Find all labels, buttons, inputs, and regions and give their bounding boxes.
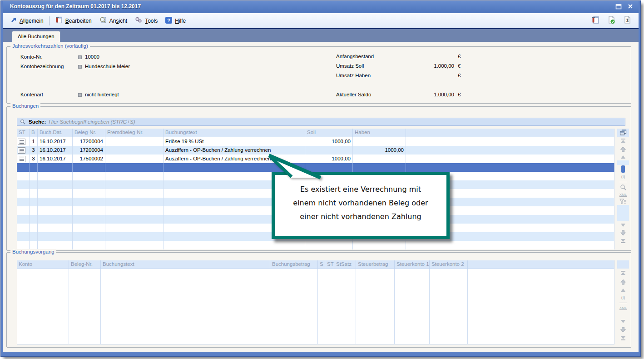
xml-icon[interactable]: XML — [617, 304, 629, 311]
cell-beleg — [73, 215, 105, 224]
column-header-fill[interactable] — [406, 129, 614, 137]
xml-icon[interactable]: XML — [617, 191, 629, 198]
column-header-stsatz[interactable]: StSatz — [334, 260, 356, 269]
menu-label: Allgemein — [20, 18, 44, 24]
field-value: 1.000,00 — [400, 63, 454, 69]
cell-soll: 1000,00 — [305, 137, 353, 146]
app-window: Kontoauszug für den Zeitraum 01.2017 bis… — [1, 1, 640, 356]
cell-st — [17, 146, 30, 155]
cell-haben: 1000,00 — [353, 146, 406, 155]
search-bar[interactable]: Suche: Hier Suchbegriff eingeben (STRG+S… — [17, 118, 625, 126]
column-divider — [69, 269, 69, 344]
row-down-icon[interactable] — [617, 318, 629, 325]
strip-header-blank — [617, 260, 629, 269]
cell-date — [38, 206, 73, 215]
column-header-st[interactable]: ST — [325, 260, 334, 269]
filter-icon[interactable] — [617, 198, 629, 205]
column-header-st[interactable]: ST — [17, 129, 30, 137]
column-header-beleg[interactable]: Beleg-Nr. — [69, 260, 101, 269]
column-header-beleg[interactable]: Beleg-Nr. — [73, 129, 105, 137]
menu-label: Hilfe — [175, 18, 186, 24]
magnifier-icon[interactable] — [617, 183, 629, 191]
column-header-date[interactable]: Buch.Dat. — [38, 129, 73, 137]
groupbox-jahresverkehrszahlen: Jahresverkehrszahlen (vorläufig) Konto-N… — [6, 46, 631, 104]
column-header-stbetr[interactable]: Steuerbetrag — [356, 260, 395, 269]
document-sigma-icon[interactable]: Σ — [622, 15, 632, 25]
field-label: Aktueller Saldo — [336, 92, 371, 97]
document-edit-icon — [55, 16, 63, 25]
cell-fremd — [105, 180, 163, 189]
scrollbar-track[interactable] — [617, 165, 629, 173]
cell-fremd — [105, 155, 163, 163]
page-up-icon[interactable] — [617, 278, 629, 286]
split-booking-icon[interactable] — [18, 156, 25, 162]
table-header-row: KontoBeleg-Nr.BuchungstextBuchungsbetrag… — [17, 260, 614, 269]
scrollbar-thumb[interactable] — [621, 165, 625, 173]
column-header-soll[interactable]: Soll — [305, 129, 353, 137]
menu-bearbeiten[interactable]: Bearbeiten — [51, 14, 95, 27]
menu-tools[interactable]: Tools — [131, 14, 161, 27]
column-header-b[interactable]: B — [30, 129, 38, 137]
paren-i-icon[interactable]: (I) — [617, 294, 629, 301]
column-header-s[interactable]: S — [318, 260, 325, 269]
cell-fill — [406, 137, 614, 146]
menu-allgemein[interactable]: Allgemein — [6, 15, 47, 27]
summary-field-0: Konto-Nr.10000 — [20, 54, 293, 60]
cell-date: 16.10.2017 — [38, 155, 73, 163]
row-down-icon[interactable] — [617, 221, 629, 229]
column-header-fremd[interactable]: Fremdbeleg-Nr. — [105, 129, 163, 137]
menu-ansicht[interactable]: Ansicht — [95, 14, 131, 27]
document-check-icon[interactable] — [606, 15, 616, 25]
row-up-icon[interactable] — [617, 153, 629, 160]
page-down-icon[interactable] — [617, 229, 629, 237]
menu-label: Tools — [145, 18, 158, 24]
cell-haben — [353, 137, 406, 146]
cell-st — [17, 137, 30, 146]
column-header-konto[interactable]: Konto — [17, 260, 69, 269]
cell-st — [17, 215, 30, 224]
summary-field-right-2: Umsatz Haben€ — [336, 73, 472, 79]
split-booking-icon[interactable] — [18, 139, 25, 145]
cell-fill — [406, 241, 614, 249]
restore-icon[interactable] — [615, 3, 622, 10]
column-divider — [356, 269, 356, 344]
table-row[interactable]: 116.10.201717200004Erlöse 19 % USt1000,0… — [17, 137, 614, 146]
callout-arrow-icon — [252, 151, 329, 180]
paren-i-icon[interactable]: (I) — [617, 173, 629, 180]
close-icon[interactable] — [627, 3, 634, 10]
magnifier-page-icon — [99, 16, 107, 25]
field-value: 10000 — [85, 54, 99, 60]
scrollbar-track-segment[interactable] — [617, 205, 629, 221]
cell-date — [38, 215, 73, 224]
column-header-betrag[interactable]: Buchungsbetrag — [270, 260, 318, 269]
callout-warning: Es existiert eine Verrechnung miteinem n… — [272, 172, 450, 239]
cell-text: Erlöse 19 % USt — [163, 137, 305, 146]
row-up-icon[interactable] — [617, 286, 629, 294]
split-booking-icon[interactable] — [18, 147, 25, 154]
menu-hilfe[interactable]: ?Hilfe — [161, 15, 189, 27]
cell-b — [30, 180, 38, 189]
groupbox-title: Buchungsvorgang — [10, 249, 56, 254]
column-header-haben[interactable]: Haben — [353, 129, 406, 137]
scroll-top-icon[interactable] — [617, 269, 629, 278]
column-header-fill[interactable] — [468, 260, 614, 269]
column-header-stk1[interactable]: Steuerkonto 1 — [395, 260, 430, 269]
cell-st — [17, 241, 30, 249]
cell-beleg — [73, 241, 105, 249]
column-header-text[interactable]: Buchungstext — [163, 129, 305, 137]
tab-alle-buchungen[interactable]: Alle Buchungen — [12, 31, 60, 42]
column-header-text[interactable]: Buchungstext — [101, 260, 270, 269]
column-header-stk2[interactable]: Steuerkonto 2 — [430, 260, 468, 269]
page-down-icon[interactable] — [617, 325, 629, 334]
scroll-bottom-icon[interactable] — [617, 237, 629, 245]
scroll-bottom-icon[interactable] — [617, 334, 629, 342]
table-row[interactable] — [17, 241, 614, 249]
field-chooser-icon[interactable] — [617, 129, 629, 137]
scrollbar-track-segment[interactable] — [617, 160, 629, 165]
page-up-icon[interactable] — [617, 145, 629, 153]
document-clamp-icon[interactable] — [590, 15, 600, 25]
cell-soll — [305, 241, 353, 249]
scroll-top-icon[interactable] — [617, 137, 629, 145]
groupbox-buchungsvorgang: Buchungsvorgang KontoBeleg-Nr.Buchungste… — [6, 252, 631, 348]
menu-label: Ansicht — [109, 18, 127, 24]
